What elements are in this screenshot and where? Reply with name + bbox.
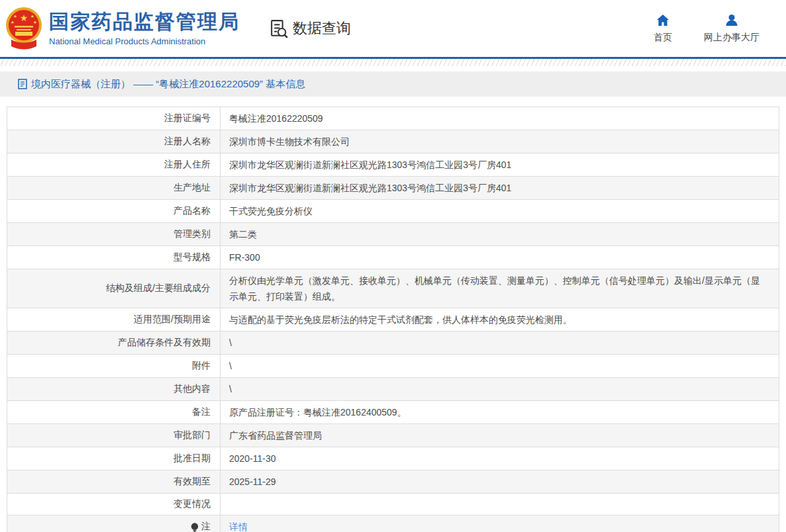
- site-subtitle-en: National Medical Products Administration: [49, 36, 240, 46]
- row-label: 注册人名称: [7, 130, 221, 153]
- row-label: 批准日期: [7, 447, 221, 470]
- row-label: 产品储存条件及有效期: [7, 332, 221, 354]
- row-label: 附件: [7, 355, 221, 377]
- row-value: 深圳市博卡生物技术有限公司: [221, 130, 779, 153]
- content-area: 注册证编号粤械注准20162220509注册人名称深圳市博卡生物技术有限公司注册…: [7, 107, 779, 532]
- table-row: 备注原产品注册证号：粤械注准20162400509。: [7, 401, 779, 424]
- row-value: 深圳市龙华区观澜街道新澜社区观光路1303号鸿信工业园3号厂房401: [221, 177, 779, 199]
- brand-text: 国家药品监督管理局 National Medical Products Admi…: [49, 11, 240, 46]
- nav-home-label: 首页: [654, 32, 672, 44]
- row-label: 注册证编号: [7, 107, 221, 130]
- row-value: \: [221, 332, 779, 354]
- table-row: 注册人名称深圳市博卡生物技术有限公司: [7, 130, 779, 154]
- row-label: 审批部门: [7, 424, 221, 447]
- detail-link[interactable]: 详情: [229, 519, 248, 532]
- row-value: \: [221, 378, 779, 400]
- table-row: 结构及组成/主要组成成分分析仪由光学单元（激发单元、接收单元）、机械单元（传动装…: [7, 269, 779, 308]
- data-query-label: 数据查询: [293, 19, 351, 38]
- table-row: 附件\: [7, 355, 779, 378]
- table-row: 产品储存条件及有效期\: [7, 332, 779, 355]
- title-bar: 境内医疗器械（注册） —— “粤械注准20162220509” 基本信息: [0, 71, 786, 97]
- row-value: 2020-11-30: [221, 447, 779, 470]
- document-icon: [18, 79, 27, 89]
- table-row: 其他内容\: [7, 378, 779, 401]
- table-row: 注册证编号粤械注准20162220509: [7, 107, 779, 130]
- site-title-cn: 国家药品监督管理局: [49, 11, 240, 34]
- row-label: 备注: [7, 401, 221, 423]
- nav-online-hall-label: 网上办事大厅: [704, 32, 760, 44]
- row-value: FR-300: [221, 246, 779, 269]
- row-value: 第二类: [221, 223, 779, 245]
- table-row: 注详情: [7, 515, 779, 532]
- row-label: 有效期至: [7, 470, 221, 493]
- row-value: \: [221, 355, 779, 377]
- row-value: 与适配的基于荧光免疫层析法的特定干式试剂配套，供人体样本的免疫荧光检测用。: [221, 308, 779, 331]
- data-query-section: 数据查询: [268, 18, 351, 40]
- table-row: 适用范围/预期用途与适配的基于荧光免疫层析法的特定干式试剂配套，供人体样本的免疫…: [7, 308, 779, 332]
- table-row: 变更情况: [7, 494, 779, 515]
- row-value: 详情: [221, 515, 779, 532]
- table-row: 产品名称干式荧光免疫分析仪: [7, 200, 779, 223]
- nav-online-hall[interactable]: 网上办事大厅: [704, 13, 760, 44]
- page-header: ★ ★ ★ ★ ★ 国家药品监督管理局 National Medical Pro…: [0, 0, 786, 57]
- table-row: 生产地址深圳市龙华区观澜街道新澜社区观光路1303号鸿信工业园3号厂房401: [7, 177, 779, 200]
- row-value: 广东省药品监督管理局: [221, 424, 779, 447]
- page-title: 境内医疗器械（注册） —— “粤械注准20162220509” 基本信息: [31, 78, 305, 91]
- row-value: 2025-11-29: [221, 470, 779, 493]
- table-row: 管理类别第二类: [7, 223, 779, 246]
- row-label: 注册人住所: [7, 154, 221, 176]
- table-row: 审批部门广东省药品监督管理局: [7, 424, 779, 447]
- user-icon: [724, 13, 739, 28]
- row-value: 深圳市龙华区观澜街道新澜社区观光路1303号鸿信工业园3号厂房401: [221, 154, 779, 176]
- svg-text:★: ★: [11, 20, 15, 24]
- row-value: 原产品注册证号：粤械注准20162400509。: [221, 401, 779, 423]
- row-label: 其他内容: [7, 378, 221, 400]
- brand: ★ ★ ★ ★ ★ 国家药品监督管理局 National Medical Pro…: [5, 5, 240, 52]
- row-label: 结构及组成/主要组成成分: [7, 269, 221, 308]
- nav-home[interactable]: 首页: [654, 13, 672, 44]
- row-value: 干式荧光免疫分析仪: [221, 200, 779, 222]
- table-row: 型号规格FR-300: [7, 246, 779, 269]
- row-label: 适用范围/预期用途: [7, 308, 221, 331]
- breadcrumb: 境内医疗器械（注册） —— “粤械注准20162220509” 基本信息: [18, 78, 305, 91]
- svg-text:★: ★: [20, 13, 28, 23]
- row-label: 型号规格: [7, 246, 221, 269]
- row-label: 变更情况: [7, 494, 221, 515]
- home-icon: [656, 13, 670, 28]
- doc-search-icon: [268, 18, 289, 40]
- svg-text:★: ★: [13, 14, 17, 19]
- header-nav: 首页 网上办事大厅: [654, 13, 760, 44]
- row-label: 生产地址: [7, 177, 221, 199]
- lightbulb-icon: [190, 522, 199, 532]
- row-label: 注: [7, 515, 221, 532]
- row-label: 管理类别: [7, 223, 221, 245]
- info-table: 注册证编号粤械注准20162220509注册人名称深圳市博卡生物技术有限公司注册…: [7, 107, 779, 532]
- row-label: 产品名称: [7, 200, 221, 222]
- row-value: [221, 494, 779, 515]
- row-value: 分析仪由光学单元（激发单元、接收单元）、机械单元（传动装置、测量单元）、控制单元…: [221, 269, 779, 308]
- svg-text:★: ★: [33, 20, 37, 24]
- table-row: 注册人住所深圳市龙华区观澜街道新澜社区观光路1303号鸿信工业园3号厂房401: [7, 154, 779, 177]
- hatch-stripe: [0, 59, 786, 66]
- row-value: 粤械注准20162220509: [221, 107, 779, 130]
- svg-text:★: ★: [30, 14, 34, 19]
- table-row: 批准日期2020-11-30: [7, 447, 779, 470]
- national-emblem-logo: ★ ★ ★ ★ ★: [5, 5, 42, 52]
- table-row: 有效期至2025-11-29: [7, 470, 779, 494]
